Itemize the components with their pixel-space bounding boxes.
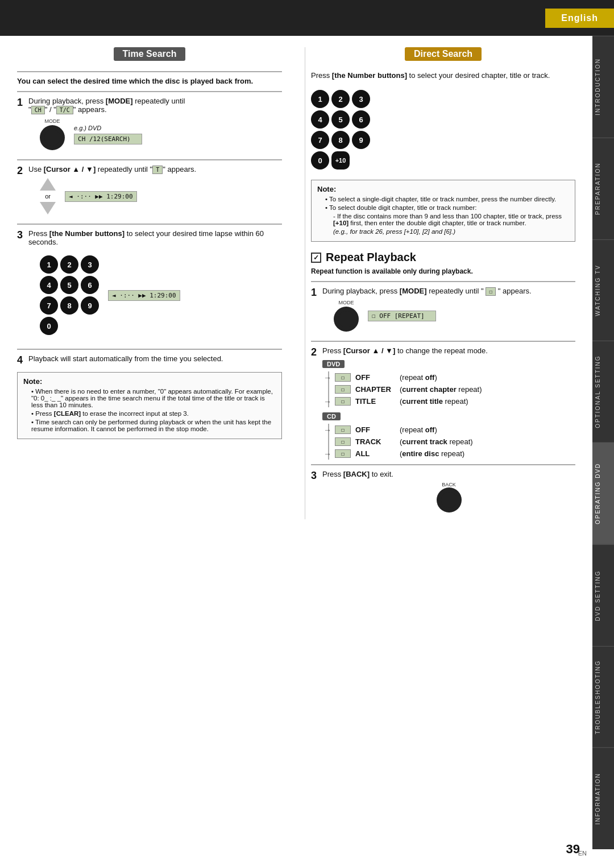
- cd-off-desc: (repeat off): [400, 425, 437, 434]
- num-6: 6: [81, 276, 99, 294]
- repeat-step1-screen: ☐ OFF [REPEAT]: [368, 311, 436, 321]
- back-button: [437, 487, 462, 512]
- num-0: 0: [40, 317, 58, 335]
- step4-text: Playback will start automatically from t…: [28, 354, 282, 363]
- step3-text: Press [the Number buttons] to select you…: [28, 229, 282, 246]
- repeat-step3-content: Press [BACK] to exit. BACK: [322, 470, 575, 516]
- num-3: 3: [81, 255, 99, 274]
- cd-off-screen: ☐: [335, 425, 351, 434]
- num-9: 9: [81, 296, 99, 315]
- dvd-title-label: TITLE: [355, 397, 395, 406]
- ds-note-title: Note:: [317, 185, 569, 193]
- nav-watching-tv[interactable]: WATCHING TV: [592, 239, 614, 341]
- repeat-title-row: ✓ Repeat Playback: [311, 251, 575, 264]
- direct-search-section: Direct Search Press [the Number buttons]…: [311, 47, 575, 242]
- repeat-step3-text: Press [BACK] to exit.: [322, 470, 575, 478]
- ds-num-0: 0: [311, 151, 329, 170]
- right-column: Direct Search Press [the Number buttons]…: [305, 47, 575, 519]
- cd-track-screen: ☐: [335, 437, 351, 446]
- repeat-cd-group: CD → ☐ OFF (repeat off) ☐: [322, 412, 575, 460]
- ds-num-3: 3: [352, 90, 370, 108]
- num-7: 7: [40, 296, 58, 315]
- note-title: Note:: [23, 377, 276, 386]
- ds-num-9: 9: [352, 131, 370, 149]
- main-content: Time Search You can select the desired t…: [0, 36, 592, 531]
- nav-optional-setting[interactable]: OPTIONAL SETTING: [592, 341, 614, 443]
- cd-all-screen: ☐: [335, 449, 351, 458]
- repeat-playback-section: ✓ Repeat Playback Repeat function is ava…: [311, 251, 575, 516]
- repeat-step1-row: 1 During playback, press [MODE] repeated…: [311, 287, 575, 336]
- side-nav: INTRODUCTION PREPARATION WATCHING TV OPT…: [592, 36, 614, 849]
- time-search-subtitle: You can select the desired time which th…: [17, 77, 282, 85]
- step2-content: Use [Cursor ▲ / ▼] repeatedly until "T" …: [28, 165, 282, 219]
- step1-content: During playback, press [MODE] repeatedly…: [28, 97, 282, 155]
- repeat-step1-visual: MODE ☐ OFF [REPEAT]: [334, 300, 575, 332]
- repeat-step2-text: Press [Cursor ▲ / ▼] to change the repea…: [322, 346, 575, 355]
- cd-badge: CD: [322, 412, 341, 420]
- repeat-step1-text: During playback, press [MODE] repeatedly…: [322, 287, 575, 295]
- ds-note-4: (e.g., for track 26, press [+10], [2] an…: [333, 228, 569, 235]
- step2-text: Use [Cursor ▲ / ▼] repeatedly until "T" …: [28, 165, 282, 173]
- repeat-step2-row: 2 Press [Cursor ▲ / ▼] to change the rep…: [311, 346, 575, 460]
- dvd-off-desc: (repeat off): [400, 373, 437, 382]
- step1-text: During playback, press [MODE] repeatedly…: [28, 97, 282, 114]
- step3-screen: ◄ ·:·· ▶▶ 1:29:00: [108, 290, 180, 301]
- step3-row: 3 Press [the Number buttons] to select y…: [17, 229, 282, 344]
- ds-note-2: • To select double digit chapter, title …: [325, 204, 569, 211]
- number-grid-left: 1 2 3 4 5 6 7 8 9 0: [40, 255, 99, 335]
- repeat-step1-content: During playback, press [MODE] repeatedly…: [322, 287, 575, 336]
- direct-search-note: Note: • To select a single-digit chapter…: [311, 180, 575, 242]
- step4-number: 4: [17, 354, 23, 366]
- nav-preparation[interactable]: PREPARATION: [592, 138, 614, 239]
- step2-number: 2: [17, 165, 23, 177]
- nav-introduction[interactable]: INTRODUCTION: [592, 36, 614, 138]
- repeat-step3-row: 3 Press [BACK] to exit. BACK: [311, 470, 575, 516]
- or-label: or: [45, 193, 51, 200]
- cd-all-desc: (entire disc repeat): [400, 449, 464, 458]
- step3-content: Press [the Number buttons] to select you…: [28, 229, 282, 344]
- ds-num-7: 7: [311, 131, 329, 149]
- num-5: 5: [60, 276, 78, 294]
- num-4: 4: [40, 276, 58, 294]
- step1-visual: MODE e.g.) DVD CH /12(SEARCH): [40, 118, 282, 150]
- step1-screen: CH /12(SEARCH): [74, 134, 142, 144]
- nav-troubleshooting[interactable]: TROUBLESHOOTING: [592, 646, 614, 748]
- nav-dvd-setting[interactable]: DVD SETTING: [592, 544, 614, 646]
- dvd-off-label: OFF: [355, 373, 395, 382]
- num-2: 2: [60, 255, 78, 274]
- dvd-title-desc: (current title repeat): [400, 397, 468, 406]
- ds-num-6: 6: [352, 110, 370, 129]
- step2-screen: ◄ ·:·· ▶▶ 1:29:00: [65, 191, 137, 202]
- repeat-mode-button: [334, 307, 359, 332]
- step1-number: 1: [17, 97, 23, 109]
- page-lang: EN: [578, 850, 587, 857]
- step1-row: 1 During playback, press [MODE] repeated…: [17, 97, 282, 155]
- repeat-mode-label: MODE: [339, 300, 354, 305]
- nav-information[interactable]: INFORMATION: [592, 747, 614, 849]
- dvd-chapter-desc: (current chapter repeat): [400, 385, 482, 394]
- time-search-note: Note: • When there is no need to enter a…: [17, 372, 282, 439]
- language-tab: English: [545, 9, 614, 28]
- step3-number: 3: [17, 229, 23, 241]
- note-bullet-1: • When there is no need to enter a numbe…: [31, 388, 276, 408]
- cd-track-desc: (current track repeat): [400, 437, 473, 446]
- ds-num-plus10: +10: [331, 151, 350, 170]
- time-search-title: Time Search: [114, 47, 186, 61]
- top-bar: English: [0, 0, 614, 36]
- ds-num-8: 8: [331, 131, 350, 149]
- num-8: 8: [60, 296, 78, 315]
- nav-operating-dvd[interactable]: OPERATING DVD: [592, 443, 614, 544]
- ds-num-4: 4: [311, 110, 329, 129]
- dvd-chapter-screen: ☐: [335, 385, 351, 394]
- cd-off-label: OFF: [355, 425, 395, 434]
- back-label: BACK: [442, 482, 456, 487]
- mode-button: [40, 125, 65, 150]
- repeat-main-title: Repeat Playback: [326, 251, 416, 264]
- repeat-step2-content: Press [Cursor ▲ / ▼] to change the repea…: [322, 346, 575, 460]
- eg-label: e.g.) DVD: [74, 125, 101, 131]
- ds-num-2: 2: [331, 90, 350, 108]
- time-search-section: Time Search You can select the desired t…: [17, 47, 288, 519]
- step4-row: 4 Playback will start automatically from…: [17, 354, 282, 366]
- direct-search-numgrid: 1 2 3 4 5 6 7 8 9 0 +10: [311, 90, 370, 170]
- step4-content: Playback will start automatically from t…: [28, 354, 282, 363]
